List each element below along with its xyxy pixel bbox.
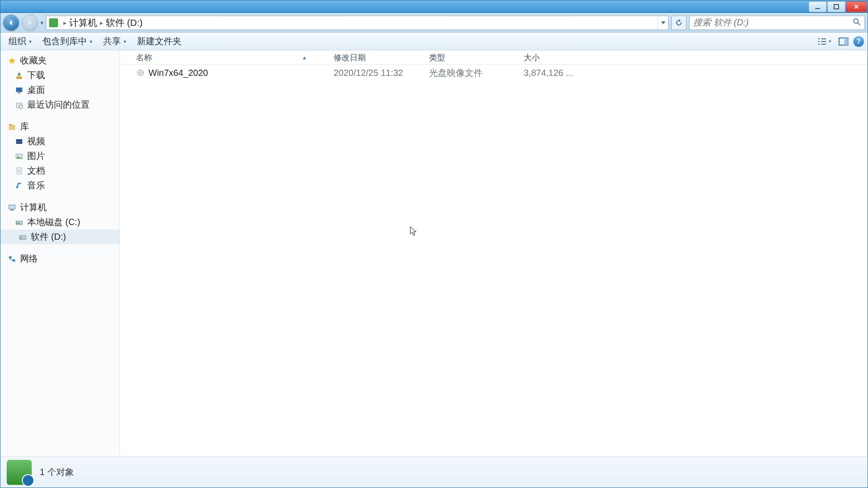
drive-large-icon bbox=[7, 460, 32, 485]
column-label: 大小 bbox=[524, 53, 540, 62]
sidebar-item-label: 视频 bbox=[27, 135, 45, 147]
toolbar-label: 新建文件夹 bbox=[137, 35, 182, 47]
sidebar-item-label: 软件 (D:) bbox=[31, 231, 66, 243]
maximize-button[interactable] bbox=[827, 1, 845, 12]
svg-rect-21 bbox=[17, 223, 20, 224]
file-size: 3,874,126 ... bbox=[524, 68, 573, 78]
svg-rect-5 bbox=[17, 76, 22, 79]
picture-icon bbox=[15, 152, 24, 161]
svg-rect-18 bbox=[9, 205, 15, 209]
search-icon bbox=[853, 18, 861, 28]
svg-point-9 bbox=[19, 105, 23, 108]
sidebar-item-disk-d[interactable]: 软件 (D:) bbox=[0, 229, 120, 244]
sidebar-item-label: 收藏夹 bbox=[20, 54, 47, 67]
new-folder-button[interactable]: 新建文件夹 bbox=[132, 33, 186, 49]
organize-menu[interactable]: 组织 ▾ bbox=[4, 33, 36, 49]
star-icon: ★ bbox=[8, 56, 17, 65]
sidebar-item-desktop[interactable]: 桌面 bbox=[0, 83, 120, 97]
address-dropdown-icon[interactable] bbox=[657, 16, 668, 29]
svg-rect-23 bbox=[20, 238, 22, 238]
network-icon bbox=[8, 254, 17, 263]
recent-icon bbox=[15, 100, 24, 109]
chevron-down-icon: ▾ bbox=[124, 38, 126, 45]
file-name: Win7x64_2020 bbox=[149, 68, 208, 78]
address-bar[interactable]: ▸ 计算机 ▸ 软件 (D:) bbox=[46, 16, 669, 30]
back-button[interactable] bbox=[3, 15, 19, 31]
svg-rect-4 bbox=[844, 38, 848, 45]
sidebar-item-label: 文档 bbox=[27, 165, 45, 177]
document-icon bbox=[15, 167, 24, 175]
file-type: 光盘映像文件 bbox=[429, 67, 483, 79]
svg-rect-24 bbox=[9, 256, 12, 259]
favorites-group: ★ 收藏夹 下载 桌面 最近访问的位置 bbox=[0, 53, 120, 112]
toolbar-label: 共享 bbox=[103, 35, 121, 47]
column-label: 修改日期 bbox=[334, 53, 366, 62]
body: ★ 收藏夹 下载 桌面 最近访问的位置 bbox=[0, 50, 868, 456]
cursor-icon bbox=[410, 226, 418, 236]
navigation-pane[interactable]: ★ 收藏夹 下载 桌面 最近访问的位置 bbox=[0, 50, 120, 456]
breadcrumb-computer[interactable]: 计算机 bbox=[69, 17, 97, 29]
svg-point-16 bbox=[17, 155, 19, 156]
breadcrumb-sep-icon: ▸ bbox=[100, 19, 103, 26]
status-bar: 1 个对象 bbox=[0, 456, 868, 488]
file-row[interactable]: Win7x64_2020 2020/12/25 11:32 光盘映像文件 3,8… bbox=[120, 65, 868, 81]
breadcrumb-current[interactable]: 软件 (D:) bbox=[106, 17, 143, 29]
sidebar-item-computer[interactable]: 计算机 bbox=[0, 200, 120, 215]
sidebar-item-label: 下载 bbox=[27, 69, 45, 81]
sidebar-item-documents[interactable]: 文档 bbox=[0, 163, 120, 178]
library-icon bbox=[8, 122, 17, 131]
sidebar-item-label: 音乐 bbox=[27, 179, 45, 192]
sidebar-item-downloads[interactable]: 下载 bbox=[0, 68, 120, 83]
search-box[interactable] bbox=[689, 16, 865, 30]
sidebar-item-pictures[interactable]: 图片 bbox=[0, 149, 120, 163]
column-header-modified[interactable]: 修改日期 bbox=[329, 52, 425, 63]
sidebar-item-libraries[interactable]: 库 bbox=[0, 119, 120, 134]
sidebar-item-label: 网络 bbox=[20, 253, 38, 265]
computer-group: 计算机 本地磁盘 (C:) 软件 (D:) bbox=[0, 200, 120, 244]
sidebar-item-disk-c[interactable]: 本地磁盘 (C:) bbox=[0, 215, 120, 229]
svg-rect-10 bbox=[9, 125, 15, 130]
column-header-name[interactable]: 名称 ▲ bbox=[132, 52, 329, 63]
help-button[interactable]: ? bbox=[853, 36, 864, 47]
navigation-bar: ▾ ▸ 计算机 ▸ 软件 (D:) bbox=[0, 13, 868, 33]
sidebar-item-network[interactable]: 网络 bbox=[0, 251, 120, 266]
column-header-size[interactable]: 大小 bbox=[519, 52, 582, 63]
close-button[interactable] bbox=[846, 1, 867, 12]
svg-rect-6 bbox=[16, 88, 22, 92]
svg-rect-7 bbox=[18, 92, 21, 93]
explorer-window: ▾ ▸ 计算机 ▸ 软件 (D:) 组织 ▾ 包含到库中 bbox=[0, 0, 868, 488]
column-header-type[interactable]: 类型 bbox=[425, 52, 519, 63]
forward-button[interactable] bbox=[22, 15, 38, 31]
sidebar-item-recent[interactable]: 最近访问的位置 bbox=[0, 97, 120, 112]
breadcrumb-sep-icon: ▸ bbox=[63, 19, 66, 26]
share-menu[interactable]: 共享 ▾ bbox=[99, 33, 131, 49]
sidebar-item-label: 图片 bbox=[27, 150, 45, 162]
sidebar-item-music[interactable]: 音乐 bbox=[0, 178, 120, 193]
iso-file-icon bbox=[136, 68, 145, 77]
disk-icon bbox=[15, 218, 24, 227]
location-icon bbox=[49, 18, 58, 27]
music-icon bbox=[15, 181, 24, 190]
content-area: 名称 ▲ 修改日期 类型 大小 Win7x64_2020 2020/12/25 … bbox=[120, 50, 868, 456]
minimize-button[interactable] bbox=[809, 1, 827, 12]
refresh-button[interactable] bbox=[671, 16, 686, 30]
svg-rect-1 bbox=[834, 4, 839, 9]
toolbar-label: 包含到库中 bbox=[42, 35, 87, 47]
sidebar-item-favorites[interactable]: ★ 收藏夹 bbox=[0, 53, 120, 68]
sidebar-item-videos[interactable]: 视频 bbox=[0, 134, 120, 149]
svg-rect-14 bbox=[16, 143, 22, 144]
chevron-down-icon: ▾ bbox=[29, 38, 32, 45]
empty-area[interactable] bbox=[120, 81, 868, 456]
sidebar-item-label: 计算机 bbox=[20, 201, 47, 213]
sort-asc-icon: ▲ bbox=[302, 55, 307, 60]
toolbar-label: 组织 bbox=[8, 35, 26, 47]
download-icon bbox=[15, 71, 24, 80]
column-label: 名称 bbox=[136, 52, 152, 63]
include-in-library-menu[interactable]: 包含到库中 ▾ bbox=[38, 33, 97, 49]
preview-pane-button[interactable] bbox=[837, 35, 850, 48]
search-input[interactable] bbox=[693, 17, 853, 28]
recent-locations-dropdown-icon[interactable]: ▾ bbox=[41, 20, 43, 26]
view-options-button[interactable]: ▾ bbox=[815, 36, 834, 47]
svg-point-2 bbox=[854, 19, 858, 23]
video-icon bbox=[15, 137, 24, 146]
